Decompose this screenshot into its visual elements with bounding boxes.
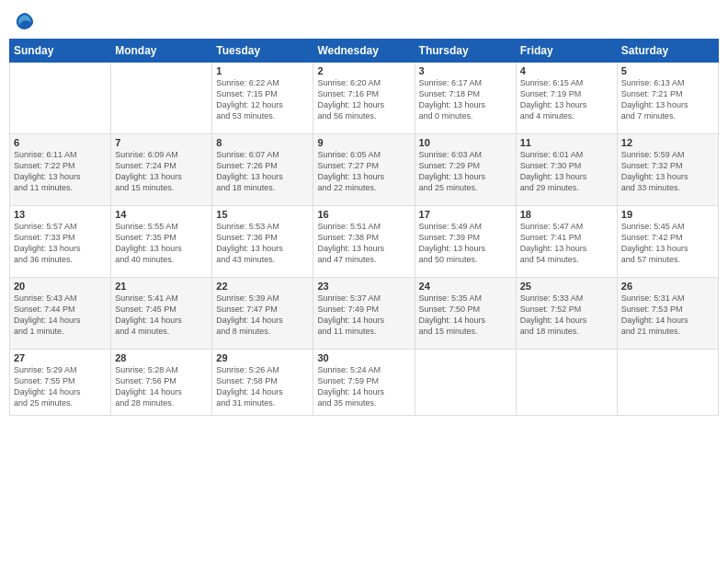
- day-number: 3: [419, 65, 512, 76]
- week-row-3: 13Sunrise: 5:57 AM Sunset: 7:33 PM Dayli…: [10, 206, 719, 278]
- calendar-cell: 5Sunrise: 6:13 AM Sunset: 7:21 PM Daylig…: [617, 63, 718, 134]
- weekday-header-tuesday: Tuesday: [212, 40, 313, 63]
- weekday-header-wednesday: Wednesday: [313, 40, 415, 63]
- week-row-1: 1Sunrise: 6:22 AM Sunset: 7:15 PM Daylig…: [10, 63, 719, 134]
- day-info: Sunrise: 5:39 AM Sunset: 7:47 PM Dayligh…: [216, 293, 309, 338]
- day-number: 23: [317, 281, 410, 292]
- calendar-cell: 6Sunrise: 6:11 AM Sunset: 7:22 PM Daylig…: [10, 134, 111, 206]
- day-number: 2: [317, 65, 410, 76]
- day-info: Sunrise: 5:33 AM Sunset: 7:52 PM Dayligh…: [520, 293, 613, 338]
- day-info: Sunrise: 5:51 AM Sunset: 7:38 PM Dayligh…: [317, 221, 410, 266]
- day-number: 18: [520, 209, 613, 220]
- calendar-cell: 1Sunrise: 6:22 AM Sunset: 7:15 PM Daylig…: [212, 63, 313, 134]
- day-number: 19: [621, 209, 714, 220]
- day-info: Sunrise: 5:26 AM Sunset: 7:58 PM Dayligh…: [216, 364, 309, 409]
- day-number: 6: [14, 137, 107, 148]
- day-number: 26: [621, 281, 714, 292]
- calendar-cell: 16Sunrise: 5:51 AM Sunset: 7:38 PM Dayli…: [313, 206, 415, 278]
- weekday-header-saturday: Saturday: [617, 40, 718, 63]
- calendar-cell: 12Sunrise: 5:59 AM Sunset: 7:32 PM Dayli…: [617, 134, 718, 206]
- calendar-cell: 17Sunrise: 5:49 AM Sunset: 7:39 PM Dayli…: [415, 206, 516, 278]
- day-info: Sunrise: 6:17 AM Sunset: 7:18 PM Dayligh…: [419, 77, 512, 122]
- calendar-container: SundayMondayTuesdayWednesdayThursdayFrid…: [0, 0, 728, 563]
- day-info: Sunrise: 5:43 AM Sunset: 7:44 PM Dayligh…: [14, 293, 107, 338]
- day-info: Sunrise: 5:31 AM Sunset: 7:53 PM Dayligh…: [621, 293, 714, 338]
- day-number: 28: [115, 352, 208, 363]
- day-number: 20: [14, 281, 107, 292]
- calendar-cell: 2Sunrise: 6:20 AM Sunset: 7:16 PM Daylig…: [313, 63, 415, 134]
- calendar-cell: 23Sunrise: 5:37 AM Sunset: 7:49 PM Dayli…: [313, 278, 415, 350]
- calendar-cell: 13Sunrise: 5:57 AM Sunset: 7:33 PM Dayli…: [10, 206, 111, 278]
- day-number: 9: [317, 137, 410, 148]
- day-info: Sunrise: 6:22 AM Sunset: 7:15 PM Dayligh…: [216, 77, 309, 122]
- calendar-cell: 26Sunrise: 5:31 AM Sunset: 7:53 PM Dayli…: [617, 278, 718, 350]
- calendar-cell: 25Sunrise: 5:33 AM Sunset: 7:52 PM Dayli…: [516, 278, 617, 350]
- weekday-header-sunday: Sunday: [10, 40, 111, 63]
- day-info: Sunrise: 6:20 AM Sunset: 7:16 PM Dayligh…: [317, 77, 410, 122]
- week-row-4: 20Sunrise: 5:43 AM Sunset: 7:44 PM Dayli…: [10, 278, 719, 350]
- day-info: Sunrise: 6:15 AM Sunset: 7:19 PM Dayligh…: [520, 77, 613, 122]
- day-info: Sunrise: 5:35 AM Sunset: 7:50 PM Dayligh…: [419, 293, 512, 338]
- day-info: Sunrise: 5:41 AM Sunset: 7:45 PM Dayligh…: [115, 293, 208, 338]
- calendar-cell: 30Sunrise: 5:24 AM Sunset: 7:59 PM Dayli…: [313, 350, 415, 416]
- day-number: 10: [419, 137, 512, 148]
- day-info: Sunrise: 5:28 AM Sunset: 7:56 PM Dayligh…: [115, 364, 208, 409]
- day-number: 21: [115, 281, 208, 292]
- calendar-cell: [617, 350, 718, 416]
- calendar-table: SundayMondayTuesdayWednesdayThursdayFrid…: [9, 39, 719, 416]
- calendar-cell: [10, 63, 111, 134]
- day-info: Sunrise: 5:37 AM Sunset: 7:49 PM Dayligh…: [317, 293, 410, 338]
- logo: [13, 9, 37, 31]
- calendar-cell: 29Sunrise: 5:26 AM Sunset: 7:58 PM Dayli…: [212, 350, 313, 416]
- day-info: Sunrise: 6:09 AM Sunset: 7:24 PM Dayligh…: [115, 149, 208, 194]
- day-number: 16: [317, 209, 410, 220]
- day-number: 5: [621, 65, 714, 76]
- calendar-cell: 3Sunrise: 6:17 AM Sunset: 7:18 PM Daylig…: [415, 63, 516, 134]
- day-number: 8: [216, 137, 309, 148]
- calendar-cell: 20Sunrise: 5:43 AM Sunset: 7:44 PM Dayli…: [10, 278, 111, 350]
- weekday-header-thursday: Thursday: [415, 40, 516, 63]
- week-row-5: 27Sunrise: 5:29 AM Sunset: 7:55 PM Dayli…: [10, 350, 719, 416]
- calendar-cell: [516, 350, 617, 416]
- calendar-cell: 18Sunrise: 5:47 AM Sunset: 7:41 PM Dayli…: [516, 206, 617, 278]
- calendar-cell: 11Sunrise: 6:01 AM Sunset: 7:30 PM Dayli…: [516, 134, 617, 206]
- day-number: 30: [317, 352, 410, 363]
- day-number: 1: [216, 65, 309, 76]
- calendar-cell: 8Sunrise: 6:07 AM Sunset: 7:26 PM Daylig…: [212, 134, 313, 206]
- day-info: Sunrise: 6:01 AM Sunset: 7:30 PM Dayligh…: [520, 149, 613, 194]
- calendar-cell: 24Sunrise: 5:35 AM Sunset: 7:50 PM Dayli…: [415, 278, 516, 350]
- day-info: Sunrise: 6:07 AM Sunset: 7:26 PM Dayligh…: [216, 149, 309, 194]
- day-number: 14: [115, 209, 208, 220]
- calendar-cell: 15Sunrise: 5:53 AM Sunset: 7:36 PM Dayli…: [212, 206, 313, 278]
- week-row-2: 6Sunrise: 6:11 AM Sunset: 7:22 PM Daylig…: [10, 134, 719, 206]
- calendar-cell: [111, 63, 212, 134]
- day-info: Sunrise: 5:45 AM Sunset: 7:42 PM Dayligh…: [621, 221, 714, 266]
- calendar-cell: 19Sunrise: 5:45 AM Sunset: 7:42 PM Dayli…: [617, 206, 718, 278]
- weekday-header-friday: Friday: [516, 40, 617, 63]
- logo-icon: [13, 9, 35, 31]
- calendar-cell: 22Sunrise: 5:39 AM Sunset: 7:47 PM Dayli…: [212, 278, 313, 350]
- day-info: Sunrise: 6:03 AM Sunset: 7:29 PM Dayligh…: [419, 149, 512, 194]
- day-number: 13: [14, 209, 107, 220]
- day-info: Sunrise: 5:47 AM Sunset: 7:41 PM Dayligh…: [520, 221, 613, 266]
- day-number: 22: [216, 281, 309, 292]
- calendar-cell: 27Sunrise: 5:29 AM Sunset: 7:55 PM Dayli…: [10, 350, 111, 416]
- day-number: 24: [419, 281, 512, 292]
- day-number: 11: [520, 137, 613, 148]
- day-info: Sunrise: 5:53 AM Sunset: 7:36 PM Dayligh…: [216, 221, 309, 266]
- header: [9, 9, 719, 31]
- day-info: Sunrise: 6:11 AM Sunset: 7:22 PM Dayligh…: [14, 149, 107, 194]
- day-info: Sunrise: 6:05 AM Sunset: 7:27 PM Dayligh…: [317, 149, 410, 194]
- day-number: 15: [216, 209, 309, 220]
- day-number: 25: [520, 281, 613, 292]
- calendar-cell: 21Sunrise: 5:41 AM Sunset: 7:45 PM Dayli…: [111, 278, 212, 350]
- day-number: 29: [216, 352, 309, 363]
- weekday-header-row: SundayMondayTuesdayWednesdayThursdayFrid…: [10, 40, 719, 63]
- calendar-cell: 7Sunrise: 6:09 AM Sunset: 7:24 PM Daylig…: [111, 134, 212, 206]
- day-info: Sunrise: 5:29 AM Sunset: 7:55 PM Dayligh…: [14, 364, 107, 409]
- day-info: Sunrise: 6:13 AM Sunset: 7:21 PM Dayligh…: [621, 77, 714, 122]
- day-info: Sunrise: 5:59 AM Sunset: 7:32 PM Dayligh…: [621, 149, 714, 194]
- day-info: Sunrise: 5:49 AM Sunset: 7:39 PM Dayligh…: [419, 221, 512, 266]
- weekday-header-monday: Monday: [111, 40, 212, 63]
- calendar-cell: 14Sunrise: 5:55 AM Sunset: 7:35 PM Dayli…: [111, 206, 212, 278]
